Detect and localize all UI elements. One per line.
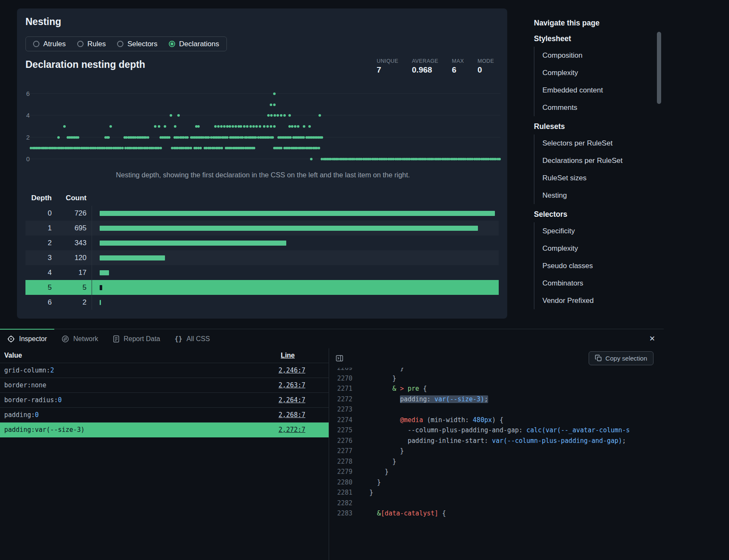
y-axis-label: 4 [25,112,30,119]
code-token: var(--column-plus-padding-and-gap) [492,437,622,445]
scatter-dot [297,125,299,128]
target-icon [7,335,15,343]
nav-item-selectors-per-ruleset[interactable]: Selectors per RuleSet [534,134,648,152]
line-link[interactable]: 2,272:7 [279,426,305,434]
radio-option-rules[interactable]: Rules [77,40,106,48]
line-link[interactable]: 2,246:7 [279,367,305,374]
line-number: 2272 [329,394,352,405]
line-number: 2277 [329,446,352,456]
code-token: pre [408,385,419,392]
code-toolbar: Copy selection [329,348,664,368]
nav-item-combinators[interactable]: Combinators [534,274,648,292]
copy-selection-label: Copy selection [606,355,647,362]
devtools-tabs: InspectorNetworkReport Data{}All CSS [0,329,217,348]
copy-selection-button[interactable]: Copy selection [589,351,654,365]
depth-table-header: Depth Count [25,190,499,206]
code-token: calc(var(--_avatar-column-s [526,426,630,434]
nav-item-nesting[interactable]: Nesting [534,187,648,204]
stat-max: MAX6 [452,58,464,75]
tab-network[interactable]: Network [54,329,106,348]
scatter-dot [223,125,226,128]
nav-section-list: Selectors per RuleSetDeclarations per Ru… [534,134,648,204]
depth-row[interactable]: 1695 [25,221,499,235]
code-line: 2269 } [329,368,664,373]
scatter-dot [221,147,223,149]
code-token: { [419,385,427,392]
nav-item-composition[interactable]: Composition [534,47,648,64]
devtools-tabbar: InspectorNetworkReport Data{}All CSS ✕ [0,329,664,348]
line-link[interactable]: 2,268:7 [279,411,305,419]
bar-cell [92,206,499,221]
nav-item-declarations-per-ruleset[interactable]: Declarations per RuleSet [534,152,648,169]
close-devtools-button[interactable]: ✕ [649,334,655,343]
scatter-dot [240,125,242,128]
nav-item-embedded-content[interactable]: Embedded content [534,81,648,99]
line-link[interactable]: 2,264:7 [279,396,305,404]
stat-average: AVERAGE0.968 [412,58,438,75]
nav-item-comments[interactable]: Comments [534,99,648,116]
code-text: } [352,456,396,467]
value-row[interactable]: padding: var(--size-3)2,272:7 [0,423,329,437]
value-row[interactable]: padding: 02,268:7 [0,408,329,423]
tab-inspector[interactable]: Inspector [0,329,54,348]
nav-item-specificity[interactable]: Specificity [534,222,648,240]
nav-item-complexity[interactable]: Complexity [534,240,648,257]
nav-item-complexity[interactable]: Complexity [534,64,648,81]
scatter-dot [263,125,265,128]
expand-panel-button[interactable] [334,353,344,363]
nesting-depth-chart: 0246 [25,87,500,168]
depth-row[interactable]: 0726 [25,206,499,221]
line-col-header[interactable]: Line [281,352,295,359]
depth-row[interactable]: 2343 [25,235,499,250]
depth-row[interactable]: 55 [25,280,499,295]
nav-item-pseudo-classes[interactable]: Pseudo classes [534,257,648,274]
code-text: } [352,373,396,384]
depth-cell: 0 [25,209,52,218]
count-cell: 5 [52,283,87,292]
stat-mode: MODE0 [478,58,494,75]
scatter-dot [190,147,192,149]
bar-cell [92,235,499,250]
css-value: var(--size-3) [35,426,84,434]
depth-cell: 1 [25,224,52,232]
radio-unselected-icon [117,41,123,47]
line-number: 2283 [329,508,352,519]
code-line: 2277 } [329,446,664,456]
css-property: border: [4,381,31,389]
depth-row[interactable]: 62 [25,295,499,310]
tab-report-data[interactable]: Report Data [106,329,168,348]
count-bar [100,285,102,290]
code-line: 2281} [329,487,664,498]
scatter-dot [270,104,272,106]
scatter-dot [154,125,156,128]
line-number: 2282 [329,498,352,509]
scatter-dot [273,125,276,128]
line-link[interactable]: 2,263:7 [279,381,305,389]
code-editor[interactable]: 2269 }2270 }2271 & > pre {2272 padding: … [329,368,664,560]
depth-row[interactable]: 3120 [25,250,499,265]
scatter-dot [214,125,217,128]
scrollbar-thumb[interactable] [657,32,661,104]
scatter-dot [271,136,274,139]
scatter-dot [321,136,323,139]
bar-cell [92,221,499,235]
radio-option-atrules[interactable]: Atrules [33,40,66,48]
radio-option-declarations[interactable]: Declarations [169,40,219,48]
tab-all-css[interactable]: {}All CSS [168,329,217,348]
radio-option-selectors[interactable]: Selectors [117,40,157,48]
code-line: 2283 &[data-catalyst] { [329,508,664,519]
value-row[interactable]: grid-column: 22,246:7 [0,363,329,378]
code-text: } [352,467,388,477]
nesting-scatter-plot[interactable]: 0246 [30,94,500,159]
scatter-dot [226,136,229,139]
copy-icon [595,355,602,361]
nav-item-vendor-prefixed[interactable]: Vendor Prefixed [534,292,648,309]
nav-item-ruleset-sizes[interactable]: RuleSet sizes [534,169,648,187]
scatter-dot [253,147,255,149]
depth-row[interactable]: 417 [25,265,499,280]
scatter-dot [308,125,311,128]
value-row[interactable]: border-radius: 02,264:7 [0,393,329,408]
value-row[interactable]: border: none2,263:7 [0,378,329,393]
line-number: 2271 [329,384,352,394]
css-property: border-radius: [4,396,58,404]
